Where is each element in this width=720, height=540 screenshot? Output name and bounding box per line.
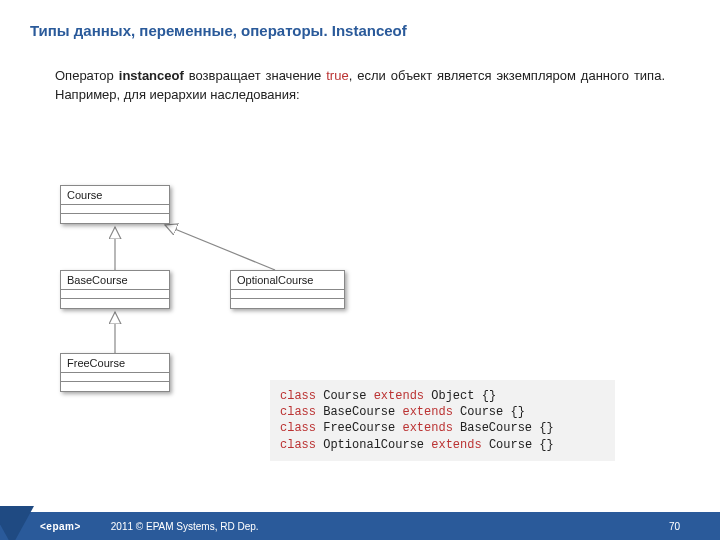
- svg-line-2: [165, 225, 275, 270]
- code-ident: BaseCourse: [460, 421, 532, 435]
- logo-text: <epam>: [40, 521, 81, 532]
- uml-section: [61, 214, 169, 223]
- uml-title: FreeCourse: [61, 354, 169, 373]
- uml-section: [61, 299, 169, 308]
- code-braces: {}: [503, 405, 525, 419]
- code-keyword: class: [280, 438, 316, 452]
- uml-section: [61, 290, 169, 299]
- uml-section: [231, 290, 344, 299]
- body-paragraph: Оператор instanceof возвращает значение …: [0, 39, 720, 105]
- code-ident: Object: [431, 389, 474, 403]
- uml-section: [61, 205, 169, 214]
- logo-triangle-icon: [0, 506, 34, 540]
- code-keyword: extends: [402, 405, 452, 419]
- code-braces: {}: [474, 389, 496, 403]
- code-keyword: extends: [431, 438, 481, 452]
- code-keyword: extends: [374, 389, 424, 403]
- text-fragment: возвращает значение: [184, 68, 326, 83]
- uml-title: Course: [61, 186, 169, 205]
- code-ident: FreeCourse: [323, 421, 395, 435]
- uml-box-course: Course: [60, 185, 170, 224]
- code-ident: Course: [323, 389, 366, 403]
- text-fragment: Оператор: [55, 68, 119, 83]
- code-keyword: class: [280, 389, 316, 403]
- code-ident: Course: [489, 438, 532, 452]
- code-keyword: extends: [402, 421, 452, 435]
- uml-box-basecourse: BaseCourse: [60, 270, 170, 309]
- code-braces: {}: [532, 438, 554, 452]
- keyword-true: true: [326, 68, 348, 83]
- code-ident: Course: [460, 405, 503, 419]
- code-braces: {}: [532, 421, 554, 435]
- code-ident: OptionalCourse: [323, 438, 424, 452]
- logo: <epam>: [0, 512, 81, 540]
- slide-title: Типы данных, переменные, операторы. Inst…: [0, 0, 720, 39]
- code-block: class Course extends Object {} class Bas…: [270, 380, 615, 461]
- uml-title: BaseCourse: [61, 271, 169, 290]
- code-ident: BaseCourse: [323, 405, 395, 419]
- uml-box-optionalcourse: OptionalCourse: [230, 270, 345, 309]
- uml-title: OptionalCourse: [231, 271, 344, 290]
- keyword-instanceof: instanceof: [119, 68, 184, 83]
- uml-box-freecourse: FreeCourse: [60, 353, 170, 392]
- uml-section: [61, 382, 169, 391]
- footer-bar: <epam> 2011 © EPAM Systems, RD Dep. 70: [0, 512, 720, 540]
- code-keyword: class: [280, 421, 316, 435]
- uml-section: [61, 373, 169, 382]
- code-keyword: class: [280, 405, 316, 419]
- uml-section: [231, 299, 344, 308]
- footer-copyright: 2011 © EPAM Systems, RD Dep.: [111, 521, 259, 532]
- page-number: 70: [669, 521, 680, 532]
